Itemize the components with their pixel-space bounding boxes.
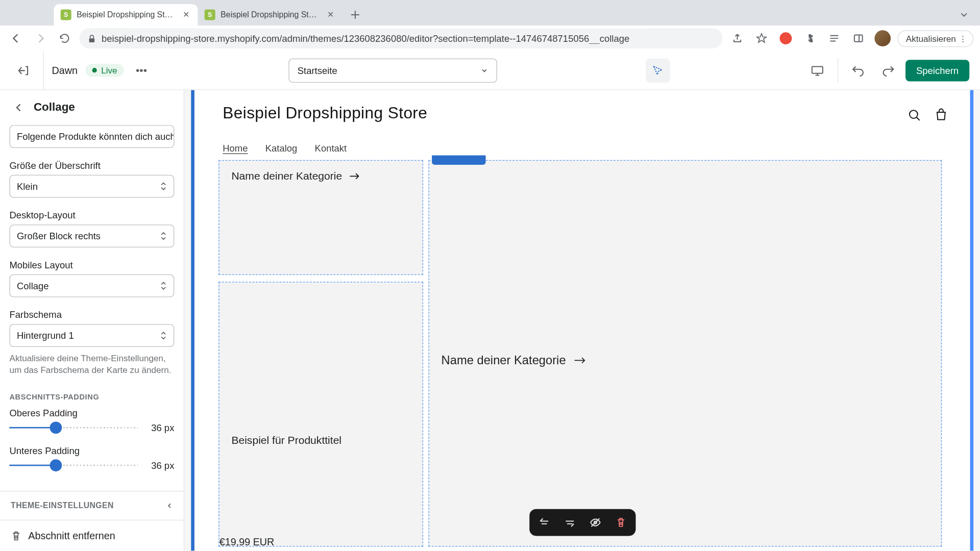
sort-icon [160,331,167,340]
move-down-button[interactable] [561,514,578,531]
browser-chrome: S Beispiel Dropshipping Store · D ✕ S Be… [0,0,980,51]
browser-tab[interactable]: S Beispiel Dropshipping Store · D ✕ [54,4,198,26]
more-actions-button[interactable]: ••• [129,58,153,82]
redo-button[interactable] [876,58,900,82]
color-scheme-select[interactable]: Hintergrund 1 [9,324,174,347]
inspector-button[interactable] [646,58,670,82]
extensions-button[interactable] [800,29,819,48]
store-title[interactable]: Beispiel Dropshipping Store [223,104,942,122]
arrow-right-icon [349,172,359,180]
tabs-dropdown-button[interactable] [954,6,973,24]
mobile-layout-select[interactable]: Collage [9,274,174,297]
update-button[interactable]: Aktualisieren ⋮ [897,30,974,47]
editor-header: Dawn Live ••• Startseite Speichern [0,51,980,90]
collage-block-large[interactable]: Name deiner Kategorie [429,160,942,547]
back-button[interactable] [7,29,26,48]
browser-tab[interactable]: S Beispiel Dropshipping Store · E ✕ [198,4,341,26]
update-label: Aktualisieren [906,33,956,43]
chevron-down-icon [480,66,488,74]
reload-button[interactable] [55,29,74,48]
field-hint: Aktualisiere deine Theme-Einstellungen, … [9,353,174,377]
tabs-bar: S Beispiel Dropshipping Store · D ✕ S Be… [0,0,980,26]
svg-rect-3 [812,66,823,73]
padding-top-slider[interactable] [9,427,138,429]
desktop-view-button[interactable] [805,58,829,82]
exit-editor-button[interactable] [11,58,35,82]
new-tab-button[interactable] [346,6,364,24]
collage-block-product[interactable]: Beispiel für Produkttitel €19,99 EUR [218,282,423,546]
settings-sidebar: Collage Folgende Produkte könnten dich a… [0,90,184,551]
url-text: beispiel-dropshipping-store.myshopify.co… [102,33,714,44]
live-dot-icon [92,68,97,72]
heading-size-select[interactable]: Klein [9,175,174,198]
search-icon[interactable] [907,108,922,122]
slider-value: 36 px [144,422,174,433]
back-button[interactable] [11,99,27,116]
hide-section-button[interactable] [587,514,603,531]
shopify-favicon-icon: S [205,9,215,20]
live-badge: Live [86,64,124,77]
section-toolbar [529,509,635,536]
theme-settings-toggle[interactable]: THEME-EINSTELLUNGEN [0,491,184,520]
theme-preview[interactable]: Beispiel Dropshipping Store Home Katalog… [191,90,973,551]
live-label: Live [101,65,117,76]
select-value: Großer Block rechts [17,231,101,241]
forward-button[interactable] [31,29,50,48]
section-header: ABSCHNITTS-PADDING [9,393,174,401]
field-label: Desktop-Layout [9,210,174,220]
move-up-button[interactable] [536,514,552,531]
slider-thumb[interactable] [50,422,62,434]
slider-thumb[interactable] [50,460,62,472]
address-bar: beispiel-dropshipping-store.myshopify.co… [0,26,980,51]
nav-kontakt[interactable]: Kontakt [315,142,347,153]
product-title: Beispiel für Produkttitel [231,434,341,446]
svg-rect-1 [854,35,862,42]
delete-section-button[interactable] [612,514,629,531]
tab-title: Beispiel Dropshipping Store · D [77,10,176,19]
preview-canvas: Beispiel Dropshipping Store Home Katalog… [184,90,980,551]
tab-title: Beispiel Dropshipping Store · E [220,10,320,19]
trash-icon [11,530,21,541]
theme-settings-label: THEME-EINSTELLUNGEN [11,501,114,510]
theme-name: Dawn [52,65,78,76]
remove-section-label: Abschnitt entfernen [28,530,115,541]
extension-icon[interactable] [776,29,795,48]
save-label: Speichern [916,65,959,76]
cart-icon[interactable] [934,108,948,122]
desktop-layout-select[interactable]: Großer Block rechts [9,224,174,247]
category-link-label: Name deiner Kategorie [231,170,342,182]
bookmark-button[interactable] [752,29,771,48]
category-link-label: Name deiner Kategorie [442,354,566,368]
remove-section-button[interactable]: Abschnitt entfernen [0,520,184,550]
sidepanel-button[interactable] [849,29,868,48]
heading-text-input[interactable]: Folgende Produkte könnten dich auch [9,125,174,148]
field-label: Oberes Padding [9,408,174,418]
slider-value: 36 px [144,460,174,471]
field-label: Mobiles Layout [9,260,174,270]
lock-icon [87,34,96,43]
url-input[interactable]: beispiel-dropshipping-store.myshopify.co… [80,28,722,48]
close-icon[interactable]: ✕ [182,10,191,19]
collage-block-category[interactable]: Name deiner Kategorie ➤ [218,160,423,275]
product-price: €19,99 EUR [219,536,275,547]
undo-button[interactable] [846,58,870,82]
svg-rect-0 [89,38,95,42]
save-button[interactable]: Speichern [905,60,969,81]
nav-katalog[interactable]: Katalog [265,142,298,153]
profile-avatar[interactable] [873,29,892,48]
sort-icon [160,182,167,191]
nav-home[interactable]: Home [223,142,248,153]
padding-bottom-slider[interactable] [9,465,138,466]
close-icon[interactable]: ✕ [326,10,335,19]
svg-point-4 [910,110,918,118]
sidebar-title: Collage [34,101,75,114]
share-button[interactable] [727,29,746,48]
select-value: Klein [17,181,38,192]
reading-list-button[interactable] [824,29,843,48]
arrow-right-icon [574,357,586,365]
chevron-left-icon [166,503,173,509]
sort-icon [160,231,167,240]
sort-icon [160,281,167,290]
menu-icon: ⋮ [959,33,967,43]
page-selector[interactable]: Startseite [289,58,498,82]
